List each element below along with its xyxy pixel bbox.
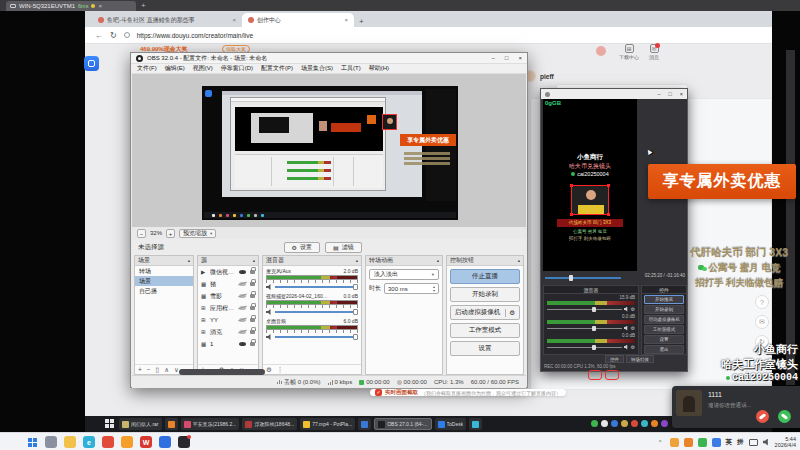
cast-icon[interactable] (749, 439, 758, 446)
tray-app-icon[interactable] (631, 420, 638, 427)
tray-game-icon[interactable] (684, 438, 693, 447)
more-icon[interactable]: ⋮ (277, 366, 284, 374)
accept-call-button[interactable] (778, 410, 791, 423)
menu-item[interactable]: 配置文件(P) (261, 64, 293, 73)
minimize-button[interactable]: – (657, 91, 660, 97)
zoom-in-button[interactable]: + (166, 229, 175, 238)
remote-session-tab[interactable]: WIN-5Q321EUVTM1 6ms × (6, 1, 136, 11)
menu-item[interactable]: 工具(T) (341, 64, 361, 73)
lock-icon[interactable] (250, 342, 255, 346)
speaker-icon[interactable] (266, 284, 272, 290)
taskbar-window-button[interactable]: 闲们似人.rar (119, 418, 162, 430)
close-session-icon[interactable]: × (98, 3, 102, 9)
lock-icon[interactable] (250, 330, 255, 334)
tray-expand-icon[interactable]: ^ (656, 438, 665, 447)
control-button[interactable]: 启动虚拟摄像机 (644, 315, 684, 324)
gear-icon[interactable]: ⚙ (505, 309, 515, 317)
volume-slider[interactable] (275, 336, 358, 338)
control-button[interactable]: 开始推流 (644, 295, 684, 304)
menu-item[interactable]: 停靠窗口(D) (221, 64, 253, 73)
seek-handle[interactable] (569, 275, 573, 281)
lock-icon[interactable] (250, 306, 255, 310)
file-explorer-icon[interactable] (64, 436, 76, 448)
visibility-eye-icon[interactable] (239, 330, 246, 334)
taskbar-window-button[interactable]: ToDesk (435, 418, 467, 430)
pin-icon[interactable]: ▪ (188, 258, 190, 264)
menu-item[interactable]: 文件(F) (137, 64, 157, 73)
zoom-mode-select[interactable]: 预览缩放▾ (179, 229, 216, 238)
source-item[interactable]: ⊞应用程序音 (198, 302, 258, 314)
lock-icon[interactable] (250, 294, 255, 298)
source-filters-button[interactable]: ▤滤镜 (325, 242, 362, 253)
tray-app-icon[interactable] (611, 420, 618, 427)
douyu-icon[interactable] (121, 436, 133, 448)
control-button[interactable]: 启动虚拟摄像机⚙ (450, 305, 520, 320)
speaker-icon[interactable] (624, 345, 629, 350)
zoom-out-button[interactable]: − (137, 229, 146, 238)
tab-close-icon[interactable]: × (232, 17, 236, 23)
messages-nav[interactable]: ✉ 消息 (646, 44, 662, 60)
slider-handle[interactable] (592, 307, 596, 312)
taskbar-window-button[interactable]: 77.mp4 - PotPla... (300, 418, 355, 430)
maximize-button[interactable]: □ (505, 55, 509, 61)
remove-scene-icon[interactable]: − (147, 366, 151, 373)
page-fab-button[interactable]: ? (755, 295, 769, 309)
download-center-nav[interactable]: ⊞ 下载中心 (618, 44, 640, 60)
browser-tab[interactable]: 鱼吧-斗鱼社区 直播鲤鱼的那些事× (92, 13, 242, 27)
control-button[interactable]: 设置 (644, 335, 684, 344)
speaker-icon[interactable] (624, 326, 629, 331)
source-item[interactable]: ▦1 (198, 338, 258, 350)
visibility-eye-icon[interactable] (239, 342, 246, 346)
minimize-button[interactable]: – (492, 55, 495, 61)
scene-item[interactable]: 场景 (135, 276, 193, 286)
control-button[interactable]: 工作室模式 (644, 325, 684, 334)
site-info-icon[interactable] (124, 32, 130, 38)
scene-item[interactable]: 转场 (135, 266, 193, 276)
microphone-icon[interactable] (712, 438, 721, 447)
visibility-eye-icon[interactable] (239, 318, 246, 322)
duration-spinner[interactable]: 300 ms▴▾ (384, 283, 439, 294)
tray-security-icon[interactable] (670, 438, 679, 447)
add-scene-icon[interactable]: + (138, 366, 142, 373)
tray-app-icon[interactable] (601, 420, 608, 427)
chrome-icon[interactable] (102, 436, 114, 448)
decline-call-button[interactable] (756, 410, 769, 423)
slider-handle[interactable] (353, 309, 358, 315)
slider-handle[interactable] (592, 326, 596, 331)
source-item[interactable]: ▦猪 (198, 278, 258, 290)
taskbar-window-button[interactable]: 浮改阵线(18648... (242, 418, 297, 430)
horizontal-scrollbar-thumb[interactable] (179, 369, 265, 375)
projector-titlebar[interactable]: – □ × (541, 89, 687, 99)
lock-icon[interactable] (250, 318, 255, 322)
mixer-config-icon[interactable]: ⚙ (266, 366, 272, 374)
volume-slider[interactable] (547, 309, 622, 310)
dock-tab[interactable]: 转场特效 (626, 355, 654, 363)
new-session-button[interactable]: + (141, 1, 146, 11)
taskbar-clock[interactable]: 5:44 2026/4/4 (775, 436, 796, 448)
tray-app-icon[interactable] (641, 420, 648, 427)
visibility-eye-icon[interactable] (239, 282, 246, 286)
new-tab-button[interactable]: + (359, 17, 364, 27)
ime-english-indicator[interactable]: 英 (726, 438, 733, 447)
visibility-eye-icon[interactable] (239, 270, 246, 274)
taskbar-window-button[interactable] (358, 418, 371, 430)
todesk-floating-ball-icon[interactable] (84, 56, 99, 71)
recorder-icon[interactable] (178, 436, 190, 448)
control-button[interactable]: 开始录制 (450, 287, 520, 302)
speaker-icon[interactable] (266, 309, 272, 315)
taskbar-window-button[interactable] (469, 418, 482, 430)
widgets-icon[interactable] (45, 436, 57, 448)
lock-icon[interactable] (250, 270, 255, 274)
control-button[interactable]: 工作室模式 (450, 323, 520, 338)
gear-icon[interactable]: ⚙ (631, 344, 635, 350)
taskbar-window-button[interactable]: OBS 27.0.1 (64-... (374, 418, 431, 430)
meeting-icon[interactable] (159, 436, 171, 448)
visibility-eye-icon[interactable] (239, 306, 246, 310)
source-item[interactable]: ▶微信视频2 (198, 266, 258, 278)
move-up-icon[interactable]: ∧ (164, 366, 169, 374)
maximize-button[interactable]: □ (668, 91, 671, 97)
back-icon[interactable]: ← (95, 31, 103, 40)
slider-handle[interactable] (353, 284, 358, 290)
visibility-eye-icon[interactable] (239, 294, 246, 298)
speaker-icon[interactable] (266, 334, 272, 340)
